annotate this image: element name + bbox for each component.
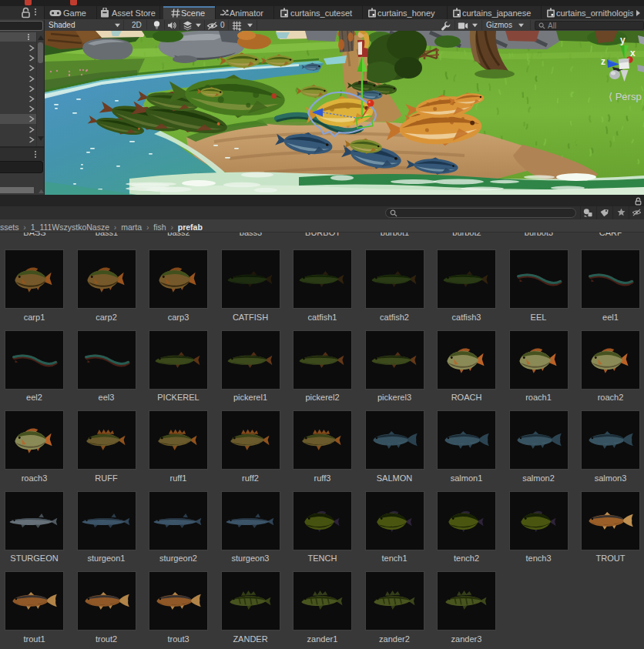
svg-text:x: x [630, 48, 636, 59]
svg-text:y: y [620, 35, 626, 45]
svg-text:⟨ Persp: ⟨ Persp [609, 91, 642, 102]
svg-text:z: z [601, 56, 605, 67]
